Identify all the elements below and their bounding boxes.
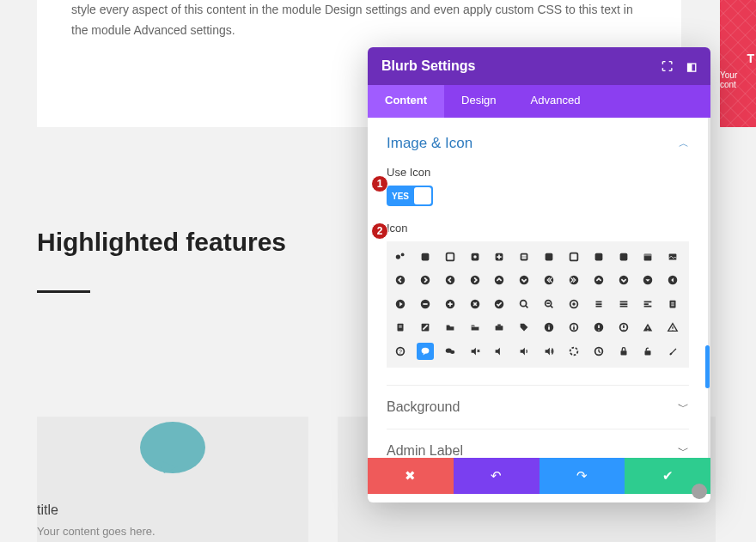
svg-rect-11 xyxy=(619,253,627,261)
svg-text:?: ? xyxy=(399,348,402,354)
zoom-out-icon[interactable] xyxy=(540,295,558,313)
lock-icon[interactable] xyxy=(615,343,632,360)
minus-circle-icon[interactable] xyxy=(417,295,434,313)
section-admin-label[interactable]: Admin Label ﹀ xyxy=(387,429,689,472)
calendar-icon[interactable] xyxy=(639,248,656,265)
rewind-circle-icon[interactable] xyxy=(540,271,558,289)
expand-icon[interactable]: ⛶ xyxy=(662,60,673,73)
square-plus-icon[interactable] xyxy=(491,248,508,265)
section-label: Background xyxy=(387,399,460,415)
square-bars-icon[interactable] xyxy=(515,248,533,265)
modal-header[interactable]: Blurb Settings ⛶ ◧ xyxy=(368,47,710,85)
svg-point-51 xyxy=(570,347,577,355)
feature-card[interactable]: title Your content goes here. xyxy=(37,417,308,542)
check-circle-icon[interactable] xyxy=(491,295,508,313)
svg-rect-9 xyxy=(570,253,577,261)
svg-point-33 xyxy=(521,300,527,306)
volume-mute-icon[interactable] xyxy=(466,343,484,360)
section-background[interactable]: Background ﹀ xyxy=(387,385,689,429)
svg-rect-41 xyxy=(498,325,502,326)
folder-icon[interactable] xyxy=(442,319,459,336)
alert-icon[interactable] xyxy=(615,319,632,336)
svg-point-19 xyxy=(495,276,504,285)
square-dot-icon[interactable] xyxy=(466,248,484,265)
info-circle-icon[interactable] xyxy=(540,319,558,336)
folder-open-icon[interactable] xyxy=(466,319,484,336)
paragraph-text: style every aspect of this content in th… xyxy=(71,3,633,37)
play-circle-icon[interactable] xyxy=(392,295,409,313)
tag-icon[interactable] xyxy=(515,319,533,336)
volume-mid-icon[interactable] xyxy=(515,343,533,360)
svg-point-16 xyxy=(421,276,430,285)
use-icon-label: Use Icon xyxy=(387,166,689,179)
volume-low-icon[interactable] xyxy=(491,343,508,360)
tab-advanced[interactable]: Advanced xyxy=(514,85,598,118)
use-icon-toggle[interactable]: YES xyxy=(387,186,433,206)
chevrons-up-circle-icon[interactable] xyxy=(491,271,508,289)
alert-circle-icon[interactable] xyxy=(590,319,607,336)
briefcase-icon[interactable] xyxy=(491,319,508,336)
edit-icon[interactable] xyxy=(417,319,434,336)
align-icon[interactable] xyxy=(639,295,656,313)
loader-icon[interactable] xyxy=(565,343,582,360)
notes-icon[interactable] xyxy=(392,319,409,336)
zoom-in-icon[interactable] xyxy=(515,295,533,313)
warning-fill-icon[interactable] xyxy=(639,319,656,336)
square-icon[interactable] xyxy=(417,248,434,265)
chevron-right-circle-icon[interactable] xyxy=(466,271,484,289)
brush-icon[interactable] xyxy=(664,343,681,360)
document-icon[interactable] xyxy=(664,295,681,313)
svg-rect-29 xyxy=(423,303,427,305)
chevrons-down-circle-icon[interactable] xyxy=(515,271,533,289)
tab-content[interactable]: Content xyxy=(368,85,444,118)
forward-circle-icon[interactable] xyxy=(565,271,582,289)
page-heading: Highlighted features xyxy=(37,228,286,257)
x-circle-icon[interactable] xyxy=(466,295,484,313)
svg-rect-10 xyxy=(594,253,602,261)
chats-icon[interactable] xyxy=(442,343,459,360)
gears-icon[interactable] xyxy=(392,248,409,265)
list-icon[interactable] xyxy=(590,295,607,313)
svg-point-48 xyxy=(421,347,429,353)
icon-picker-grid[interactable]: ? xyxy=(387,241,689,368)
arrow-right-circle-icon[interactable] xyxy=(417,271,434,289)
red-card-sub: Your cont xyxy=(720,70,754,89)
chat-icon[interactable] xyxy=(417,343,434,360)
volume-high-icon[interactable] xyxy=(540,343,558,360)
caret-left-circle-icon[interactable] xyxy=(664,271,681,289)
arrow-down-circle-icon[interactable] xyxy=(615,271,632,289)
image-icon[interactable] xyxy=(664,248,681,265)
target-icon[interactable] xyxy=(565,295,582,313)
square-alt2-icon[interactable] xyxy=(565,248,582,265)
chevron-up-icon: ︿ xyxy=(679,137,689,151)
red-blurb-card: T Your cont xyxy=(720,0,756,127)
svg-point-1 xyxy=(401,253,405,256)
square-alt3-icon[interactable] xyxy=(590,248,607,265)
arrow-left-circle-icon[interactable] xyxy=(392,271,409,289)
svg-point-18 xyxy=(470,276,479,285)
warning-icon[interactable] xyxy=(664,319,681,336)
clock-icon[interactable] xyxy=(590,343,607,360)
menu-icon[interactable] xyxy=(615,295,632,313)
section-image-icon[interactable]: Image & Icon ︿ xyxy=(387,135,689,152)
square-alt1-icon[interactable] xyxy=(540,248,558,265)
caret-down-circle-icon[interactable] xyxy=(639,271,656,289)
svg-point-15 xyxy=(396,276,405,285)
heading-underline xyxy=(37,290,90,293)
modal-panel: Image & Icon ︿ Use Icon YES Icon xyxy=(368,118,710,458)
plus-circle-icon[interactable] xyxy=(442,295,459,313)
square-alt4-icon[interactable] xyxy=(615,248,632,265)
svg-point-23 xyxy=(594,276,603,285)
arrow-up-circle-icon[interactable] xyxy=(590,271,607,289)
tab-design[interactable]: Design xyxy=(444,85,513,118)
snap-icon[interactable]: ◧ xyxy=(686,60,697,73)
feature-title: title xyxy=(37,502,58,518)
info-icon[interactable] xyxy=(565,319,582,336)
resize-handle-icon[interactable] xyxy=(692,484,707,499)
help-circle-icon[interactable]: ? xyxy=(392,343,409,360)
svg-point-36 xyxy=(572,302,576,306)
square-outline-icon[interactable] xyxy=(442,248,459,265)
svg-point-0 xyxy=(396,254,400,259)
unlock-icon[interactable] xyxy=(639,343,656,360)
chevron-left-circle-icon[interactable] xyxy=(442,271,459,289)
